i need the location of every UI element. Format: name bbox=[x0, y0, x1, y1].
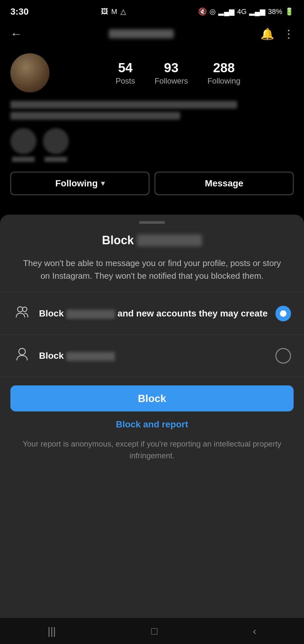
following-label: Following bbox=[208, 76, 240, 86]
divider-1 bbox=[0, 292, 304, 292]
chevron-down-icon: ▾ bbox=[101, 179, 105, 188]
block-bottom-sheet: Block They won't be able to message you … bbox=[0, 215, 304, 644]
option1-text: Block and new accounts they may create bbox=[39, 307, 268, 320]
following-count: 288 bbox=[213, 60, 235, 75]
stats-row: 54 Posts 93 Followers 288 Following bbox=[62, 60, 294, 86]
highlight-item-2[interactable] bbox=[43, 128, 69, 162]
divider-3 bbox=[0, 377, 304, 377]
nav-right-icons: 🔔 ⋮ bbox=[260, 27, 294, 40]
signal2-icon: ▂▄▆ bbox=[249, 7, 265, 16]
option2-radio[interactable] bbox=[275, 348, 291, 364]
lte-icon: 4G bbox=[237, 7, 247, 16]
bio-text-line bbox=[10, 112, 180, 120]
status-right: 🔇 ◎ ▂▄▆ 4G ▂▄▆ 38% 🔋 bbox=[198, 7, 294, 16]
followers-label: Followers bbox=[155, 76, 188, 86]
option2-start: Block bbox=[39, 351, 64, 361]
posts-count: 54 bbox=[118, 60, 133, 75]
more-options-icon[interactable]: ⋮ bbox=[283, 27, 294, 40]
highlights-row bbox=[0, 125, 304, 168]
back-button[interactable]: ← bbox=[10, 27, 22, 41]
image-icon: 🖼 bbox=[101, 7, 108, 16]
mute-icon: 🔇 bbox=[198, 7, 207, 16]
sheet-title: Block bbox=[102, 234, 202, 247]
svg-point-0 bbox=[18, 307, 23, 312]
signal-icon: ▂▄▆ bbox=[218, 7, 234, 16]
following-button[interactable]: Following ▾ bbox=[10, 172, 149, 195]
highlight-label-1 bbox=[12, 157, 35, 162]
status-icons: 🖼 M △ bbox=[101, 7, 126, 16]
battery-text: 38% bbox=[268, 7, 282, 16]
avatar-image bbox=[10, 53, 49, 92]
block-title-text: Block bbox=[102, 234, 134, 247]
block-button-label: Block bbox=[138, 393, 166, 404]
option1-end: and new accounts they may create bbox=[118, 308, 268, 318]
option1-start: Block bbox=[39, 308, 64, 318]
bottom-nav-bar: ||| □ ‹ bbox=[0, 618, 304, 644]
nav-menu-icon[interactable]: ||| bbox=[48, 625, 56, 637]
block-button[interactable]: Block bbox=[10, 385, 294, 411]
radio-inner-1 bbox=[280, 310, 286, 317]
status-time: 3:30 bbox=[10, 7, 29, 17]
followers-count: 93 bbox=[164, 60, 179, 75]
option1-username-blur bbox=[66, 310, 115, 319]
hotspot-icon: ◎ bbox=[209, 7, 216, 16]
followers-stat[interactable]: 93 Followers bbox=[155, 60, 188, 86]
multiple-users-icon bbox=[13, 305, 31, 322]
battery-icon: 🔋 bbox=[285, 7, 294, 16]
divider-2 bbox=[0, 334, 304, 335]
bio-area bbox=[0, 96, 304, 125]
nav-home-icon[interactable]: □ bbox=[151, 625, 157, 637]
mail-icon: M bbox=[111, 7, 117, 16]
following-button-label: Following bbox=[55, 178, 98, 189]
top-nav: ← 🔔 ⋮ bbox=[0, 21, 304, 47]
message-button[interactable]: Message bbox=[155, 172, 294, 195]
notification-bell-icon[interactable]: 🔔 bbox=[260, 27, 274, 40]
svg-point-2 bbox=[19, 348, 25, 355]
posts-label: Posts bbox=[116, 76, 135, 86]
highlight-circle-1 bbox=[10, 128, 36, 154]
single-user-icon bbox=[13, 347, 31, 364]
anonymous-note: Your report is anonymous, except if you'… bbox=[0, 435, 304, 465]
option2-username-blur bbox=[66, 352, 115, 361]
block-and-report-link[interactable]: Block and report bbox=[111, 414, 193, 435]
highlight-label-2 bbox=[44, 157, 67, 162]
username-display bbox=[109, 29, 174, 38]
action-buttons: Following ▾ Message bbox=[0, 168, 304, 202]
posts-stat[interactable]: 54 Posts bbox=[116, 60, 135, 86]
option1-radio[interactable] bbox=[275, 306, 291, 321]
bio-name-line bbox=[10, 101, 237, 109]
alert-icon: △ bbox=[120, 7, 126, 16]
profile-section: 54 Posts 93 Followers 288 Following bbox=[0, 47, 304, 96]
message-button-label: Message bbox=[205, 178, 243, 189]
option2-text: Block bbox=[39, 349, 268, 362]
blocked-username-blur bbox=[137, 235, 202, 246]
highlight-item-1[interactable] bbox=[10, 128, 36, 162]
block-option-1[interactable]: Block and new accounts they may create bbox=[0, 296, 304, 331]
avatar[interactable] bbox=[10, 53, 49, 92]
block-option-2[interactable]: Block bbox=[0, 338, 304, 373]
sheet-handle bbox=[139, 221, 165, 224]
following-stat[interactable]: 288 Following bbox=[208, 60, 240, 86]
status-bar: 3:30 🖼 M △ 🔇 ◎ ▂▄▆ 4G ▂▄▆ 38% 🔋 bbox=[0, 0, 304, 21]
highlight-circle-2 bbox=[43, 128, 69, 154]
block-description: They won't be able to message you or fin… bbox=[0, 250, 304, 289]
nav-back-icon[interactable]: ‹ bbox=[253, 625, 256, 637]
